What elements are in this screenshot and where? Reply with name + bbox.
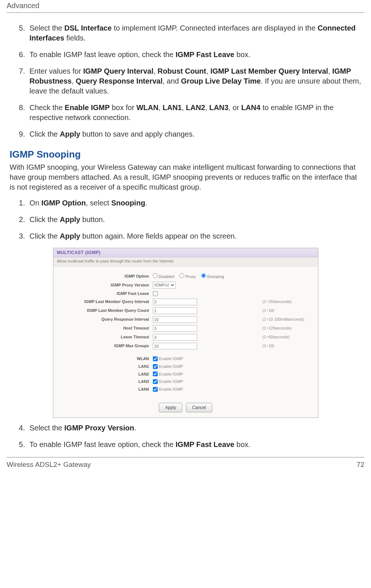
field-hint: (1~250seconds) [263,299,314,304]
field-hint: (1~10 100milliseconds) [263,317,314,322]
interface-row: LAN2 Enable IGMP [57,372,314,377]
interface-label: LAN2 [57,372,153,377]
interface-label: LAN3 [57,379,153,384]
field-label: IGMP Max Groups [57,343,153,349]
footer-page-number: 72 [357,460,364,469]
multicast-panel: MULTICAST (IGMP) Allow multicast traffic… [53,248,318,418]
panel-subtitle: Allow multicast traffic to pass through … [53,257,318,267]
cancel-button[interactable]: Cancel [186,403,212,412]
list-item: 3.Click the Apply button again. More fie… [10,231,361,241]
header-rule [7,12,364,13]
step-number: 5. [10,440,29,450]
igmp-option-label: IGMP Option [57,274,153,279]
step-body: Enter values for IGMP Query Interval, Ro… [29,66,361,96]
form-row: IGMP Last Member Query Interval(1~250sec… [57,299,314,305]
step-number: 5. [10,23,29,43]
text-input[interactable] [153,325,197,332]
enable-igmp-text: Enable IGMP [159,379,183,384]
step-body: Click the Apply button again. More field… [29,231,361,241]
footer-rule [7,457,364,458]
enable-igmp-checkbox[interactable] [153,372,158,376]
apply-button[interactable]: Apply [159,403,182,412]
form-row: Host Timeout(1~120seconds) [57,325,314,332]
form-row: IGMP Max Groups(1~10) [57,343,314,349]
panel-title: MULTICAST (IGMP) [53,248,318,257]
step-number: 8. [10,103,29,123]
step-number: 9. [10,129,29,139]
text-input[interactable] [153,343,197,349]
list-item: 5.To enable IGMP fast leave option, chec… [10,440,361,450]
interface-row: WLAN Enable IGMP [57,356,314,362]
list-item: 8.Check the Enable IGMP box for WLAN, LA… [10,103,361,123]
enable-igmp-text: Enable IGMP [159,356,183,362]
list-item: 5.Select the DSL Interface to implement … [10,23,361,43]
step-body: Check the Enable IGMP box for WLAN, LAN1… [29,103,361,123]
interface-label: WLAN [57,356,153,362]
proxy-version-select[interactable]: IGMPv2 [153,282,176,289]
enable-igmp-checkbox[interactable] [153,379,158,384]
list-item: 1.On IGMP Option, select Snooping. [10,198,361,208]
steps-list-2a: 1.On IGMP Option, select Snooping.2.Clic… [10,198,361,241]
igmp-option-radio[interactable]: Snooping [201,273,224,279]
step-body: Click the Apply button to save and apply… [29,129,361,139]
field-label: Query Response Interval [57,317,153,322]
text-input[interactable] [153,316,197,323]
footer-product: Wireless ADSL2+ Gateway [7,460,91,469]
form-row: Leave Timeout(1~60seconds) [57,334,314,341]
interface-label: LAN4 [57,387,153,392]
section-title: IGMP Snooping [10,148,361,161]
interface-label: LAN1 [57,364,153,369]
step-body: To enable IGMP fast leave option, check … [29,440,361,450]
igmp-option-radio[interactable]: Disabled [153,273,175,279]
steps-list-2b: 4.Select the IGMP Proxy Version.5.To ena… [10,423,361,450]
field-hint: (1~120seconds) [263,325,314,331]
text-input[interactable] [153,299,197,305]
enable-igmp-text: Enable IGMP [159,364,183,369]
step-number: 3. [10,231,29,241]
list-item: 9.Click the Apply button to save and app… [10,129,361,139]
form-row: IGMP Last Member Query Count(1~10) [57,307,314,314]
page-header: Advanced [7,1,364,11]
text-input[interactable] [153,334,197,341]
list-item: 2.Click the Apply button. [10,215,361,225]
section-intro: With IGMP snooping, your Wireless Gatewa… [10,162,361,192]
radio-input[interactable] [179,273,184,278]
radio-input[interactable] [201,273,206,278]
proxy-version-label: IGMP Proxy Version [57,282,153,288]
interface-row: LAN3 Enable IGMP [57,379,314,384]
step-body: Select the DSL Interface to implement IG… [29,23,361,43]
field-label: IGMP Last Member Query Interval [57,299,153,304]
field-label: Host Timeout [57,325,153,331]
form-row: Query Response Interval(1~10 100millisec… [57,316,314,323]
field-label: Leave Timeout [57,334,153,340]
step-body: On IGMP Option, select Snooping. [29,198,361,208]
interface-row: LAN4 Enable IGMP [57,387,314,392]
list-item: 4.Select the IGMP Proxy Version. [10,423,361,433]
igmp-option-radio[interactable]: Proxy [179,273,196,279]
fast-leave-checkbox[interactable] [153,291,158,296]
field-hint: (1~10) [263,308,314,313]
step-number: 2. [10,215,29,225]
steps-list-1: 5.Select the DSL Interface to implement … [10,23,361,139]
step-number: 1. [10,198,29,208]
step-body: Select the IGMP Proxy Version. [29,423,361,433]
enable-igmp-text: Enable IGMP [159,387,183,392]
field-label: IGMP Last Member Query Count [57,308,153,313]
enable-igmp-checkbox[interactable] [153,356,158,361]
enable-igmp-checkbox[interactable] [153,387,158,392]
step-body: Click the Apply button. [29,215,361,225]
step-body: To enable IGMP fast leave option, check … [29,50,361,60]
field-hint: (1~60seconds) [263,334,314,340]
radio-input[interactable] [153,273,158,278]
step-number: 6. [10,50,29,60]
step-number: 7. [10,66,29,96]
fast-leave-label: IGMP Fast Leave [57,291,153,296]
step-number: 4. [10,423,29,433]
enable-igmp-checkbox[interactable] [153,364,158,369]
interface-row: LAN1 Enable IGMP [57,364,314,369]
list-item: 6.To enable IGMP fast leave option, chec… [10,50,361,60]
field-hint: (1~10) [263,343,314,349]
list-item: 7.Enter values for IGMP Query Interval, … [10,66,361,96]
text-input[interactable] [153,307,197,314]
enable-igmp-text: Enable IGMP [159,372,183,377]
